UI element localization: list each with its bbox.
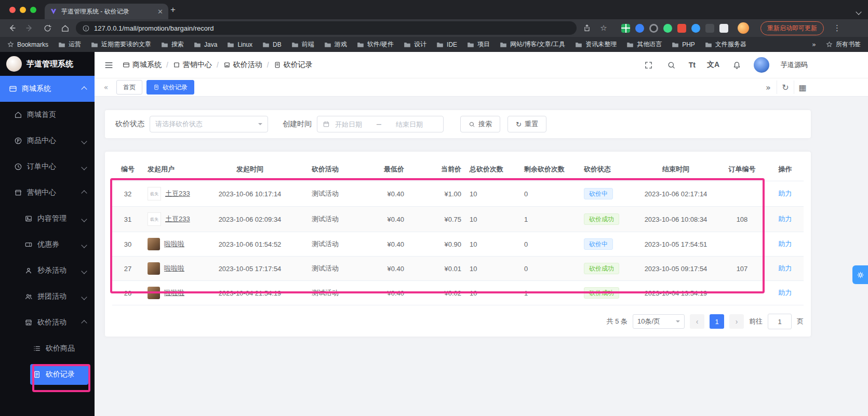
sidebar-item-bargain-product[interactable]: 砍价商品 [0,336,95,361]
bookmark-folder[interactable]: DB [262,41,282,48]
close-window-button[interactable] [9,7,16,13]
home-button[interactable] [58,21,72,35]
user-name[interactable]: 芋道源码 [781,60,808,70]
breadcrumb-item[interactable]: 砍价活动 [223,60,262,70]
bookmark-folder[interactable]: 设计 [404,40,426,49]
bookmark-folder[interactable]: IDE [436,41,457,48]
bookmark-folder[interactable]: 项目 [467,40,490,49]
extensions-puzzle-icon[interactable] [705,24,714,33]
tag-tab-home[interactable]: 首页 [116,80,142,95]
extension-pin-icon[interactable] [635,24,644,33]
bookmark-folder[interactable]: 搜索 [161,40,184,49]
search-icon[interactable] [666,59,677,71]
extension-green-icon[interactable] [663,24,672,33]
browser-profile-avatar[interactable] [738,22,749,34]
sidebar-item-order-center[interactable]: 订单中心 [0,154,95,180]
bookmark-folder[interactable]: 前端 [291,40,314,49]
bookmark-folder[interactable]: 运营 [58,40,81,49]
sidebar-item-bargain-record[interactable]: 砍价记录 [0,361,95,387]
share-icon[interactable] [581,22,593,34]
shop-icon [14,189,22,197]
tags-scroll-left-icon[interactable]: « [100,83,112,91]
forward-button[interactable] [23,21,36,35]
minimize-window-button[interactable] [20,7,26,13]
bookmark-folder[interactable]: 游戏 [324,40,347,49]
theme-settings-button[interactable] [852,265,868,284]
assist-link[interactable]: 助力 [779,289,792,297]
close-tab-icon[interactable]: ✕ [157,8,163,16]
sidebar-item-product-center[interactable]: 商品中心 [0,128,95,154]
status-select[interactable]: 请选择砍价状态 [150,116,268,132]
bookmark-star-icon[interactable]: ☆ [597,22,610,34]
sidebar-item-mall-system[interactable]: 商城系统 [0,76,95,102]
extension-blue-icon[interactable] [691,24,700,33]
extension-red-icon[interactable] [677,24,686,33]
refresh-page-icon[interactable]: ↻ [777,80,794,94]
app-logo[interactable]: 芋道管理系统 [0,52,95,76]
back-button[interactable] [5,21,19,35]
user-avatar[interactable] [754,57,769,73]
translate-icon[interactable]: 文A [707,60,719,70]
bookmark-folder[interactable]: 资讯未整理 [575,40,617,49]
extension-adblock-icon[interactable] [649,24,658,33]
breadcrumb-item[interactable]: 商城系统 [123,60,162,70]
bookmark-folder[interactable]: 近期需要读的文章 [91,40,151,49]
current-page-button[interactable]: 1 [710,314,724,329]
reload-button[interactable] [41,21,54,35]
assist-link[interactable]: 助力 [779,264,792,272]
extensions-row [621,24,728,33]
layout-grid-icon[interactable]: ▦ [794,80,811,94]
browser-menu-icon[interactable]: ⋮ [833,23,841,33]
assist-link[interactable]: 助力 [779,215,792,223]
search-button[interactable]: 搜索 [460,116,500,132]
bookmark-folder[interactable]: PHP [672,41,695,48]
bookmark-folder[interactable]: 其他语言 [626,40,662,49]
bookmark-folder[interactable]: 文件服务器 [705,40,746,49]
clock-icon [14,163,22,171]
tag-tab-bargain-record[interactable]: 砍价记录 [146,80,194,95]
sidebar-item-mall-home[interactable]: 商城首页 [0,102,95,128]
new-tab-button[interactable]: + [167,4,179,16]
fullscreen-icon[interactable] [643,59,655,71]
notification-bell-icon[interactable] [731,59,742,71]
extension-panel-icon[interactable] [719,24,728,33]
sidebar-item-group-buying[interactable]: 拼团活动 [0,284,95,310]
assist-link[interactable]: 助力 [779,190,792,197]
date-range-picker[interactable]: – [317,116,444,132]
page-goto-input[interactable] [768,314,792,329]
sidebar-item-coupons[interactable]: 优惠券 [0,232,95,258]
breadcrumb-item[interactable]: 营销中心 [173,60,212,70]
bookmark-folder[interactable]: Linux [227,41,252,48]
bookmark-folder[interactable]: 软件/硬件 [357,40,394,49]
bookmarks-root[interactable]: Bookmarks [7,41,48,48]
next-page-button[interactable]: › [729,314,744,329]
font-size-icon[interactable]: Tt [689,61,696,69]
assist-link[interactable]: 助力 [779,240,792,248]
maximize-window-button[interactable] [30,7,36,13]
bookmark-folder[interactable]: 网站/博客/文章/工具 [500,40,565,49]
browser-update-button[interactable]: 重新启动即可更新 [760,21,824,35]
end-date-input[interactable] [385,120,424,129]
sidebar-item-flash-sale[interactable]: 秒杀活动 [0,258,95,284]
browser-tab[interactable]: 芋道管理系统 - 砍价记录 ✕ [45,4,168,19]
all-bookmarks[interactable]: 所有书签 [826,40,861,49]
bookmark-folder[interactable]: Java [194,41,217,48]
tab-search-chevron-icon[interactable] [857,7,861,16]
cell-order-no [717,232,767,257]
start-date-input[interactable] [334,120,372,129]
page-size-select[interactable]: 10条/页 [633,314,685,329]
cell-current-price: ¥0.01 [408,257,465,281]
sidebar-item-content-management[interactable]: 内容管理 [0,206,95,232]
address-bar[interactable]: 127.0.0.1/mall/promotion/bargain/record [76,21,577,35]
bookmarks-overflow-icon[interactable]: » [812,41,816,48]
sidebar-item-marketing-center[interactable]: 营销中心 [0,180,95,206]
collapse-menu-icon[interactable] [103,59,114,71]
breadcrumb-item[interactable]: 砍价记录 [274,60,313,70]
site-info-icon[interactable] [82,24,90,32]
window-controls [9,7,36,13]
sidebar-item-bargain-activity[interactable]: 砍价活动 [0,310,95,336]
extension-grid-icon[interactable] [621,24,630,33]
reset-button[interactable]: ↻ 重置 [508,116,546,132]
prev-page-button[interactable]: ‹ [690,314,704,329]
tags-scroll-right-icon[interactable]: » [760,80,777,94]
